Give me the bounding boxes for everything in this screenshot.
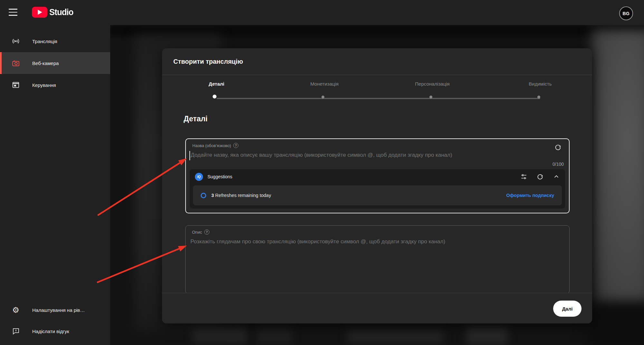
- vidiq-suggestions-panel: IQ Suggestions: [190, 169, 565, 209]
- background-blur-preview: [592, 30, 644, 307]
- stepper: Деталі Монетизація Персоналізація Видимі…: [162, 75, 592, 111]
- next-button[interactable]: Далі: [553, 301, 582, 317]
- top-bar: Studio BG: [0, 0, 644, 25]
- help-icon[interactable]: ?: [233, 143, 238, 148]
- menu-hamburger-icon[interactable]: [9, 9, 17, 16]
- step-dot-monetization[interactable]: [322, 96, 324, 98]
- background-blur-blob: [257, 328, 292, 344]
- sidebar-item-settings[interactable]: ⚙ Налаштування на рів…: [0, 303, 110, 317]
- account-avatar[interactable]: BG: [619, 6, 633, 20]
- studio-wordmark[interactable]: Studio: [49, 7, 73, 17]
- dialog-title: Створити трансляцію: [173, 48, 243, 75]
- refresh-icon[interactable]: [536, 173, 544, 181]
- dialog-header: Створити трансляцію: [162, 48, 592, 75]
- broadcast-icon: [12, 37, 20, 45]
- subscribe-link[interactable]: Оформить подписку: [506, 193, 554, 198]
- step-label-customization[interactable]: Персоналізація: [415, 81, 449, 87]
- suggestions-toolbar: [520, 173, 560, 181]
- sidebar-item-label: Трансляція: [32, 39, 57, 44]
- step-dot-details[interactable]: [213, 95, 216, 98]
- description-field[interactable]: Опис ? Розкажіть глядачам про свою транс…: [185, 225, 570, 294]
- sidebar-item-label: Налаштування на рів…: [32, 307, 85, 313]
- section-heading: Деталі: [184, 115, 207, 123]
- refresh-quota-icon: [201, 193, 206, 198]
- background-blur-blob: [347, 329, 444, 344]
- background-blur-blob: [466, 326, 508, 345]
- dialog-footer: Далі: [162, 293, 592, 323]
- refreshes-remaining-text: 3 Refreshes remaining today: [211, 193, 271, 198]
- background-blur-blob: [192, 326, 247, 344]
- refreshes-row: 3 Refreshes remaining today Оформить под…: [193, 185, 562, 205]
- gear-icon: ⚙: [12, 306, 20, 314]
- help-icon[interactable]: ?: [204, 229, 209, 235]
- step-dot-customization[interactable]: [429, 96, 432, 98]
- description-field-label: Опис: [192, 230, 202, 235]
- title-field-label: Назва (обов'язково): [192, 143, 231, 148]
- title-field-label-row: Назва (обов'язково) ?: [192, 143, 238, 148]
- step-label-visibility[interactable]: Видимість: [529, 81, 552, 87]
- youtube-studio-app: Studio BG Трансляція Веб-камера: [0, 0, 644, 345]
- sidebar: Трансляція Веб-камера Керування ⚙ Нал: [0, 25, 110, 345]
- background-blur-dark: [587, 302, 644, 345]
- manage-icon: [12, 81, 20, 89]
- sidebar-item-label: Надіслати відгук: [32, 329, 69, 334]
- sidebar-item-broadcast[interactable]: Трансляція: [0, 30, 110, 52]
- webcam-icon: [12, 59, 20, 67]
- sidebar-item-feedback[interactable]: Надіслати відгук: [0, 324, 110, 339]
- sidebar-item-label: Керування: [32, 82, 56, 88]
- char-counter: 0/100: [553, 162, 564, 167]
- text-cursor: [189, 151, 190, 160]
- step-label-details[interactable]: Деталі: [209, 81, 224, 87]
- stepper-connector: [216, 98, 540, 99]
- title-placeholder[interactable]: Додайте назву, яка описує вашу трансляці…: [191, 152, 452, 158]
- vidiq-logo-icon: IQ: [195, 173, 203, 181]
- step-dot-visibility[interactable]: [537, 96, 540, 98]
- chevron-up-icon[interactable]: [553, 173, 560, 180]
- title-field[interactable]: Назва (обов'язково) ? Додайте назву, яка…: [185, 138, 570, 213]
- sidebar-item-webcam[interactable]: Веб-камера: [0, 52, 110, 74]
- background-blur-band: [110, 25, 644, 36]
- create-broadcast-dialog: Створити трансляцію Деталі Монетизація П…: [162, 48, 592, 323]
- tune-icon[interactable]: [520, 173, 527, 180]
- description-field-label-row: Опис ?: [192, 229, 209, 235]
- sidebar-item-manage[interactable]: Керування: [0, 74, 110, 96]
- title-refresh-icon[interactable]: [554, 144, 562, 151]
- youtube-play-logo-icon[interactable]: [32, 7, 47, 18]
- feedback-icon: [12, 327, 20, 335]
- description-placeholder[interactable]: Розкажіть глядачам про свою трансляцію (…: [190, 238, 445, 245]
- step-label-monetization[interactable]: Монетизація: [310, 81, 339, 87]
- suggestions-title: Suggestions: [207, 174, 232, 179]
- sidebar-item-label: Веб-камера: [32, 61, 59, 66]
- suggestions-header: IQ Suggestions: [190, 169, 565, 184]
